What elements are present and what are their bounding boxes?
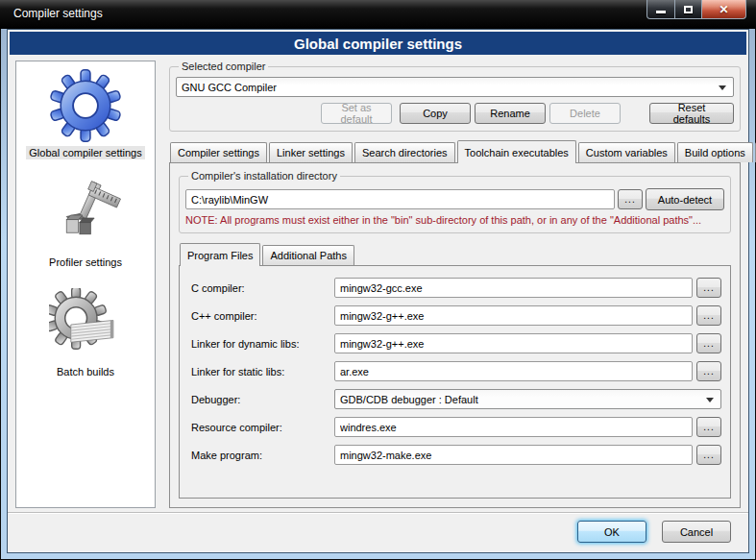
reset-defaults-button[interactable]: Reset defaults	[649, 103, 734, 124]
dynamic-linker-input[interactable]	[334, 333, 693, 353]
sidebar-item-label: Global compiler settings	[26, 146, 144, 159]
bin-subdirectory-note: NOTE: All programs must exist either in …	[185, 214, 724, 226]
blue-gear-icon	[49, 69, 122, 142]
static-linker-input[interactable]	[334, 361, 693, 381]
cpp-compiler-input[interactable]	[334, 305, 693, 326]
page-title: Global compiler settings	[10, 32, 746, 55]
tab-toolchain-executables[interactable]: Toolchain executables	[457, 140, 576, 163]
auto-detect-button[interactable]: Auto-detect	[646, 188, 724, 210]
window-controls: ✕	[646, 0, 746, 19]
cpp-compiler-label: C++ compiler:	[188, 310, 330, 322]
chevron-down-icon	[706, 398, 714, 402]
sidebar-item-label: Profiler settings	[46, 256, 125, 269]
tab-search-directories[interactable]: Search directories	[354, 142, 455, 162]
set-as-default-button[interactable]: Set as default	[321, 103, 392, 124]
make-program-input[interactable]	[334, 445, 693, 465]
dynamic-linker-label: Linker for dynamic libs:	[188, 338, 330, 350]
installation-directory-group: Compiler's installation directory ... Au…	[179, 170, 731, 233]
make-program-label: Make program:	[188, 450, 330, 461]
c-compiler-input[interactable]	[334, 278, 693, 298]
static-linker-browse-button[interactable]: ...	[696, 361, 721, 381]
tab-linker-settings[interactable]: Linker settings	[269, 142, 353, 162]
main-tab-bar: Compiler settings Linker settings Search…	[169, 140, 741, 162]
close-icon: ✕	[719, 3, 728, 16]
minimize-icon	[656, 11, 666, 13]
tab-program-files[interactable]: Program Files	[180, 243, 260, 266]
selected-compiler-group: Selected compiler GNU GCC Compiler Set a…	[169, 61, 741, 132]
cpp-compiler-browse-button[interactable]: ...	[696, 305, 721, 326]
selected-compiler-group-label: Selected compiler	[179, 61, 268, 72]
debugger-label: Debugger:	[188, 394, 330, 405]
program-files-page: C compiler: ... C++ compiler: ... Linker…	[179, 265, 731, 499]
make-program-browse-button[interactable]: ...	[696, 445, 721, 465]
tab-custom-variables[interactable]: Custom variables	[578, 142, 675, 162]
resource-compiler-label: Resource compiler:	[188, 422, 330, 433]
browse-directory-button[interactable]: ...	[618, 189, 643, 209]
compiler-select[interactable]: GNU GCC Compiler	[176, 77, 734, 97]
toolchain-executables-page: Compiler's installation directory ... Au…	[169, 162, 741, 508]
tab-compiler-settings[interactable]: Compiler settings	[170, 142, 267, 162]
close-button[interactable]: ✕	[702, 0, 746, 19]
debugger-select-value: GDB/CDB debugger : Default	[340, 394, 478, 405]
sidebar-item-global-compiler-settings[interactable]: Global compiler settings	[16, 67, 155, 173]
maximize-icon	[684, 6, 693, 13]
sidebar-item-batch-builds[interactable]: Batch builds	[16, 286, 155, 392]
resource-compiler-browse-button[interactable]: ...	[696, 417, 721, 437]
c-compiler-label: C compiler:	[188, 282, 330, 294]
debugger-select[interactable]: GDB/CDB debugger : Default	[334, 389, 721, 409]
sidebar-item-label: Batch builds	[54, 365, 117, 378]
tab-additional-paths[interactable]: Additional Paths	[262, 245, 354, 265]
cancel-button[interactable]: Cancel	[662, 521, 731, 543]
window-title: Compiler settings	[13, 7, 103, 20]
dialog-footer: OK Cancel	[8, 512, 748, 552]
settings-category-list: Global compiler settings	[15, 61, 156, 508]
tab-build-options[interactable]: Build options	[677, 142, 753, 162]
compiler-select-value: GNU GCC Compiler	[182, 82, 277, 93]
programs-tab-bar: Program Files Additional Paths	[179, 243, 731, 265]
dynamic-linker-browse-button[interactable]: ...	[696, 333, 721, 353]
caliper-icon	[49, 179, 122, 252]
resource-compiler-input[interactable]	[334, 417, 693, 437]
minimize-button[interactable]	[646, 0, 675, 19]
installation-directory-input[interactable]	[185, 189, 615, 209]
c-compiler-browse-button[interactable]: ...	[696, 278, 721, 298]
chevron-down-icon	[719, 85, 726, 90]
static-linker-label: Linker for static libs:	[188, 366, 330, 377]
installation-directory-label: Compiler's installation directory	[188, 170, 340, 182]
title-bar[interactable]: Compiler settings ✕	[0, 0, 756, 29]
copy-button[interactable]: Copy	[400, 103, 471, 124]
sidebar-item-profiler-settings[interactable]: Profiler settings	[16, 177, 155, 282]
window-frame: Global compiler settings	[1, 29, 755, 559]
compiler-settings-dialog: Compiler settings ✕ Global compiler sett…	[0, 0, 756, 560]
delete-button[interactable]: Delete	[549, 103, 621, 124]
rename-button[interactable]: Rename	[475, 103, 546, 124]
ok-button[interactable]: OK	[577, 521, 646, 543]
gray-gear-paper-icon	[49, 288, 122, 361]
dialog-content: Global compiler settings	[7, 29, 749, 553]
maximize-button[interactable]	[675, 0, 702, 19]
